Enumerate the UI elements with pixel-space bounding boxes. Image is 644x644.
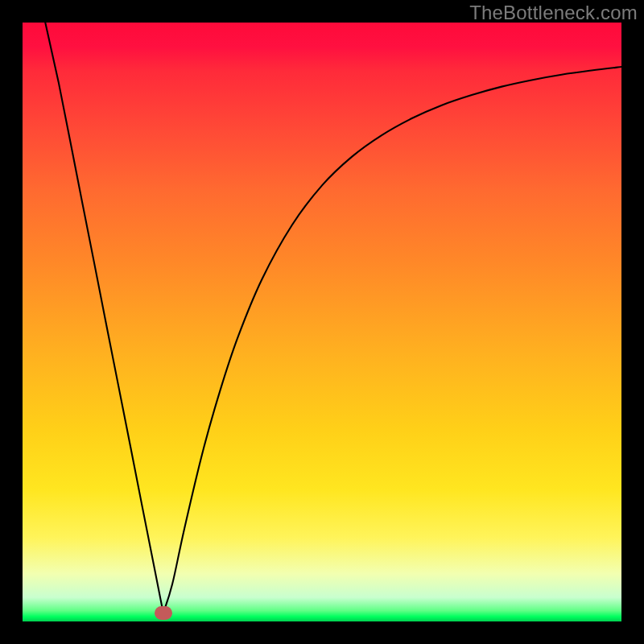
watermark-text: TheBottleneck.com — [469, 2, 638, 24]
bottleneck-curve — [23, 23, 621, 621]
chart-frame: TheBottleneck.com — [0, 0, 644, 644]
optimum-marker — [155, 606, 172, 619]
plot-area — [23, 23, 621, 621]
